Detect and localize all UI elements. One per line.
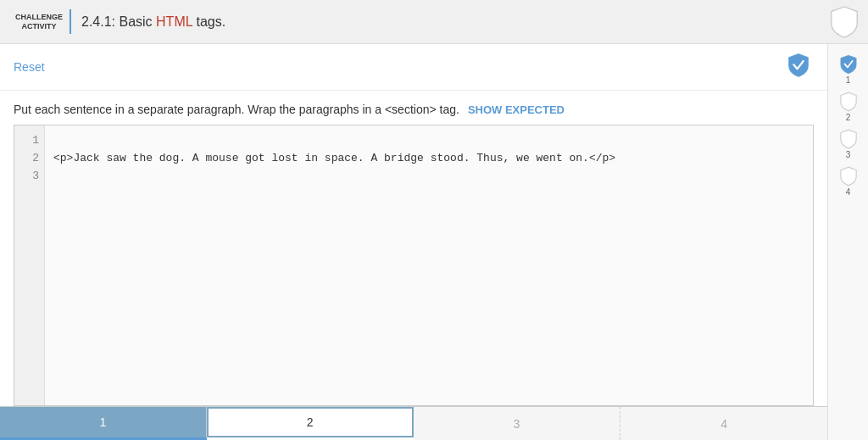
step1-number: 1 — [846, 75, 851, 85]
content-area: Reset Put each sentence in a separate pa… — [0, 44, 827, 440]
page-title: 2.4.1: Basic HTML tags. — [81, 14, 829, 30]
step1-shield-icon — [837, 54, 860, 75]
line-number-3: 3 — [19, 168, 39, 186]
instructions: Put each sentence in a separate paragrap… — [0, 91, 827, 125]
show-expected-button[interactable]: SHOW EXPECTED — [468, 103, 565, 116]
top-bar: Reset — [0, 44, 827, 91]
step2-shield-icon — [837, 92, 860, 112]
instructions-text: Put each sentence in a separate paragrap… — [14, 103, 459, 116]
step-badge-4[interactable]: 4 — [835, 166, 862, 197]
tab-2[interactable]: 2 — [207, 407, 414, 437]
code-line2: <p>Jack saw the dog. A mouse got lost in… — [53, 152, 615, 164]
badge-line1: CHALLENGE — [15, 13, 63, 22]
code-editor[interactable]: 1 2 3 <p>Jack saw the dog. A mouse got l… — [14, 125, 814, 406]
reset-link[interactable]: Reset — [14, 60, 45, 74]
step-badge-3[interactable]: 3 — [835, 129, 862, 159]
title-suffix: tags. — [192, 14, 225, 29]
line-number-2: 2 — [19, 150, 39, 168]
line-numbers: 1 2 3 — [14, 125, 45, 405]
title-prefix: 2.4.1: Basic — [81, 14, 156, 29]
step4-shield-icon — [837, 166, 860, 187]
tab-wrapper-2: 2 — [207, 407, 414, 440]
bottom-tabs: 1 2 3 4 — [0, 406, 827, 440]
tab-4[interactable]: 4 — [620, 407, 827, 440]
tab-wrapper-1: 1 — [0, 407, 207, 440]
badge-line2: ACTIVITY — [21, 22, 56, 31]
step3-shield-icon — [837, 129, 860, 149]
step-badge-1[interactable]: 1 — [835, 54, 862, 85]
step-badge-2[interactable]: 2 — [835, 92, 862, 122]
shield-icon — [829, 5, 860, 39]
header: CHALLENGE ACTIVITY 2.4.1: Basic HTML tag… — [0, 0, 868, 44]
main-area: Reset Put each sentence in a separate pa… — [0, 44, 868, 440]
step1-check-icon-header — [787, 53, 810, 78]
tab-3[interactable]: 3 — [414, 407, 621, 440]
title-html: HTML — [156, 14, 192, 29]
right-sidebar: 1 2 3 4 — [827, 44, 868, 440]
step2-number: 2 — [846, 113, 851, 122]
step4-number: 4 — [846, 187, 851, 197]
tab-1[interactable]: 1 — [0, 407, 207, 437]
code-content[interactable]: <p>Jack saw the dog. A mouse got lost in… — [45, 125, 813, 405]
step3-number: 3 — [846, 150, 851, 159]
line-number-1: 1 — [19, 132, 39, 150]
challenge-activity-badge: CHALLENGE ACTIVITY — [8, 9, 71, 35]
